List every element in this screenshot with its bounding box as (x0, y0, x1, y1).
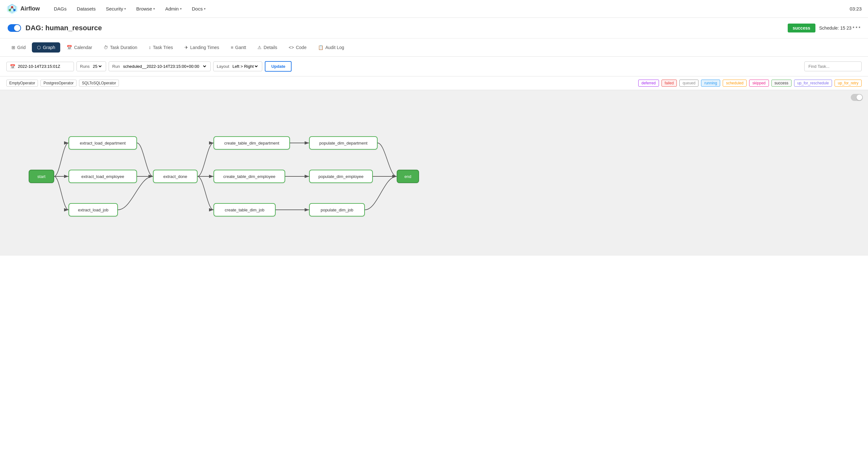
tab-bar: ⊞ Grid ⬡ Graph 📅 Calendar ⏱ Task Duratio… (0, 38, 868, 57)
nav-admin[interactable]: Admin ▾ (161, 3, 186, 14)
find-task-input[interactable] (804, 61, 862, 71)
legend-bar: EmptyOperator PostgresOperator SQLToSQLO… (0, 76, 868, 90)
layout-label: Layout (217, 64, 229, 69)
status-success[interactable]: success (771, 79, 792, 87)
layout-select[interactable]: Left > Right (231, 64, 259, 69)
dag-node-create_table_dim_department[interactable]: create_table_dim_department (214, 136, 290, 150)
nav-dags[interactable]: DAGs (50, 3, 71, 14)
code-icon: <> (289, 45, 294, 50)
page-title: DAG: human_resource (26, 24, 102, 32)
runs-select-wrap[interactable]: Runs 25 (76, 61, 106, 71)
brand[interactable]: Airflow (6, 3, 40, 14)
nav-browse[interactable]: Browse ▾ (132, 3, 159, 14)
date-input[interactable] (18, 64, 70, 69)
dag-toggle[interactable] (8, 24, 21, 32)
tab-graph[interactable]: ⬡ Graph (32, 42, 60, 53)
schedule-label: Schedule: 15 23 * * * (819, 26, 860, 31)
admin-chevron-icon: ▾ (180, 7, 182, 10)
dag-node-extract_load_employee[interactable]: extract_load_employee (68, 170, 137, 183)
task-tries-icon: ↕ (149, 45, 151, 50)
runs-label: Runs (80, 64, 90, 69)
dag-node-populate_dim_job[interactable]: populate_dim_job (309, 203, 365, 217)
dag-node-populate_dim_department[interactable]: populate_dim_department (309, 136, 378, 150)
dag-node-create_table_dim_job[interactable]: create_table_dim_job (214, 203, 276, 217)
gantt-icon: ≡ (231, 45, 233, 50)
app-name: Airflow (21, 5, 40, 12)
landing-times-icon: ✈ (185, 45, 188, 50)
run-select[interactable]: scheduled__2022-10-14T23:15:00+00:00 (122, 64, 207, 69)
clock: 03:23 (849, 6, 862, 11)
tab-audit-log[interactable]: 📋 Audit Log (313, 42, 349, 53)
audit-log-icon: 📋 (318, 45, 323, 50)
update-button[interactable]: Update (265, 61, 291, 72)
tab-calendar[interactable]: 📅 Calendar (62, 42, 97, 53)
status-failed[interactable]: failed (661, 79, 677, 87)
page-header: DAG: human_resource success Schedule: 15… (0, 18, 868, 38)
nav-security[interactable]: Security ▾ (101, 3, 130, 14)
tab-grid[interactable]: ⊞ Grid (6, 42, 31, 53)
tab-details[interactable]: ⚠ Details (252, 42, 282, 53)
toolbar-left: 📅 Runs 25 Run scheduled__2022-10-14T23:1… (6, 61, 801, 72)
layout-wrap[interactable]: Layout Left > Right (213, 61, 262, 71)
run-label: Run (112, 64, 120, 69)
graph-icon: ⬡ (37, 45, 41, 50)
status-up-for-reschedule[interactable]: up_for_reschedule (794, 79, 832, 87)
tab-task-tries[interactable]: ↕ Task Tries (144, 42, 178, 53)
date-picker-wrap[interactable]: 📅 (6, 62, 74, 71)
navbar: Airflow DAGs Datasets Security ▾ Browse … (0, 0, 868, 18)
dag-node-start[interactable]: start (29, 170, 54, 183)
tab-task-duration[interactable]: ⏱ Task Duration (98, 42, 143, 53)
status-skipped[interactable]: skipped (749, 79, 769, 87)
status-badge: success (788, 24, 815, 32)
security-chevron-icon: ▾ (124, 7, 126, 10)
header-right: success Schedule: 15 23 * * * (788, 24, 861, 32)
grid-icon: ⊞ (11, 45, 15, 50)
airflow-logo-icon (6, 3, 18, 14)
graph-area: startextract_load_departmentextract_load… (0, 90, 868, 256)
calendar-icon: 📅 (67, 45, 72, 50)
operator-sqltosql[interactable]: SQLToSQLOperator (79, 79, 119, 87)
runs-select[interactable]: 25 (91, 64, 103, 69)
status-queued[interactable]: queued (679, 79, 699, 87)
dag-node-create_table_dim_employee[interactable]: create_table_dim_employee (214, 170, 285, 183)
details-icon: ⚠ (257, 45, 261, 50)
operator-empty[interactable]: EmptyOperator (6, 79, 38, 87)
status-scheduled[interactable]: scheduled (723, 79, 747, 87)
status-running[interactable]: running (701, 79, 720, 87)
status-up-for-retry[interactable]: up_for_retry (835, 79, 862, 87)
toolbar: 📅 Runs 25 Run scheduled__2022-10-14T23:1… (0, 57, 868, 76)
dag-node-end[interactable]: end (397, 170, 419, 183)
nav-items: DAGs Datasets Security ▾ Browse ▾ Admin … (50, 3, 849, 14)
browse-chevron-icon: ▾ (153, 7, 155, 10)
nav-docs[interactable]: Docs ▾ (187, 3, 210, 14)
dag-node-extract_load_job[interactable]: extract_load_job (68, 203, 118, 217)
calendar-icon: 📅 (10, 64, 15, 69)
dag-node-extract_load_department[interactable]: extract_load_department (68, 136, 137, 150)
tab-gantt[interactable]: ≡ Gantt (226, 42, 251, 53)
dag-node-populate_dim_employee[interactable]: populate_dim_employee (309, 170, 373, 183)
dag-node-extract_done[interactable]: extract_done (153, 170, 197, 183)
tab-landing-times[interactable]: ✈ Landing Times (179, 42, 224, 53)
task-duration-icon: ⏱ (103, 45, 108, 50)
run-select-wrap[interactable]: Run scheduled__2022-10-14T23:15:00+00:00 (108, 61, 211, 71)
operator-postgres[interactable]: PostgresOperator (40, 79, 76, 87)
graph-canvas: startextract_load_departmentextract_load… (0, 90, 868, 256)
nav-datasets[interactable]: Datasets (72, 3, 100, 14)
docs-chevron-icon: ▾ (204, 7, 206, 10)
status-deferred[interactable]: deferred (638, 79, 659, 87)
tab-code[interactable]: <> Code (284, 42, 312, 53)
